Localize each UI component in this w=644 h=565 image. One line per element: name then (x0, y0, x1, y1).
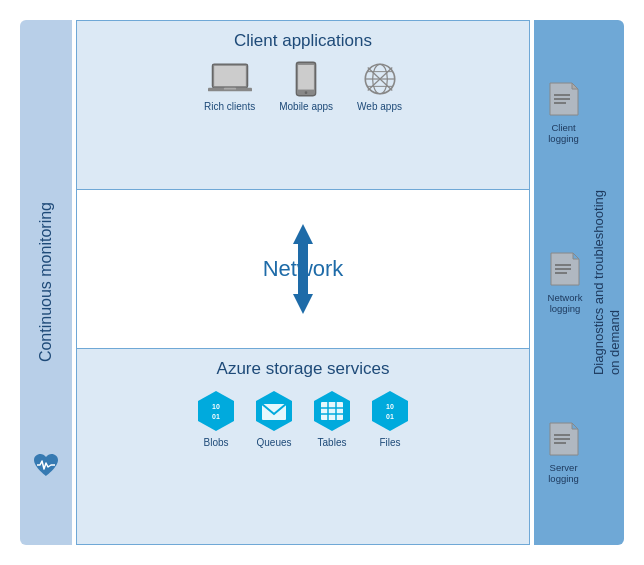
client-apps-title: Client applications (87, 31, 519, 51)
left-sidebar: Continuous monitoring (20, 20, 72, 545)
svg-marker-14 (293, 224, 313, 244)
heart-icon (32, 453, 60, 485)
queues-label: Queues (256, 437, 291, 448)
svg-rect-1 (214, 66, 246, 86)
queues-icon-item: Queues (252, 389, 296, 448)
client-logging-label: Clientlogging (548, 122, 579, 144)
svg-rect-25 (321, 402, 343, 420)
network-logging-label: Networklogging (548, 292, 583, 314)
diagnostics-label: Diagnostics and troubleshootingon demand (591, 190, 622, 375)
network-label: Network (77, 256, 529, 282)
svg-text:01: 01 (212, 413, 220, 420)
server-log-icon (548, 421, 580, 459)
web-apps-icon-item: Web apps (357, 61, 402, 112)
client-logging-item: Clientlogging (548, 81, 580, 144)
svg-rect-5 (298, 65, 314, 90)
files-label: Files (379, 437, 400, 448)
svg-rect-3 (223, 88, 235, 90)
laptop-icon (208, 61, 252, 97)
network-log-icon (549, 251, 581, 289)
network-box: Network (77, 190, 529, 349)
svg-text:01: 01 (386, 413, 394, 420)
queues-hex-icon (252, 389, 296, 433)
rich-clients-icon-item: Rich clients (204, 61, 255, 112)
continuous-monitoring-label: Continuous monitoring (37, 202, 55, 362)
server-logging-label: Serverlogging (548, 462, 579, 484)
client-apps-box: Client applications Rich clients (77, 21, 529, 190)
center-content: Client applications Rich clients (76, 20, 530, 545)
svg-point-6 (305, 91, 308, 94)
svg-text:10: 10 (386, 403, 394, 410)
svg-marker-19 (198, 391, 234, 431)
svg-marker-30 (372, 391, 408, 431)
web-apps-label: Web apps (357, 101, 402, 112)
svg-marker-18 (293, 294, 313, 314)
mobile-apps-icon-item: Mobile apps (279, 61, 333, 112)
client-apps-icons-row: Rich clients Mobile apps (87, 61, 519, 112)
tables-hex-icon (310, 389, 354, 433)
right-sidebar: Clientlogging Networklogging (534, 20, 624, 545)
storage-title: Azure storage services (87, 359, 519, 379)
diagram-wrapper: Continuous monitoring Client application… (10, 10, 634, 555)
blobs-hex-icon: 10 01 (194, 389, 238, 433)
svg-text:10: 10 (212, 403, 220, 410)
files-hex-icon: 10 01 (368, 389, 412, 433)
right-sidebar-label-wrap: Diagnostics and troubleshootingon demand (594, 20, 620, 545)
files-icon-item: 10 01 Files (368, 389, 412, 448)
tables-icon-item: Tables (310, 389, 354, 448)
tables-label: Tables (318, 437, 347, 448)
blobs-label: Blobs (203, 437, 228, 448)
server-logging-item: Serverlogging (548, 421, 580, 484)
blobs-icon-item: 10 01 Blobs (194, 389, 238, 448)
client-log-icon (548, 81, 580, 119)
rich-clients-label: Rich clients (204, 101, 255, 112)
globe-icon (358, 61, 402, 97)
mobile-icon (284, 61, 328, 97)
network-logging-item: Networklogging (548, 251, 583, 314)
storage-box: Azure storage services 10 01 Blobs (77, 349, 529, 544)
mobile-apps-label: Mobile apps (279, 101, 333, 112)
storage-icons-row: 10 01 Blobs Queues (87, 389, 519, 448)
